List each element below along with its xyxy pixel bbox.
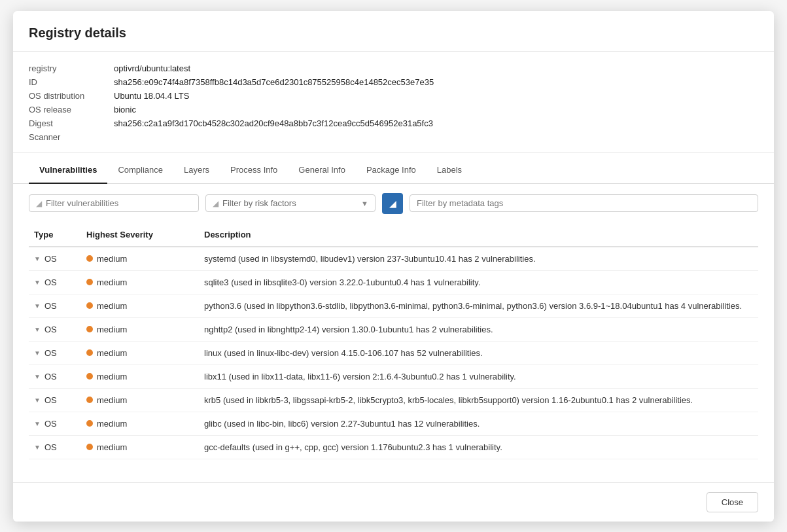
tab-package-info[interactable]: Package Info: [356, 156, 427, 184]
row-expand-icon[interactable]: ▼: [34, 397, 41, 404]
tab-layers[interactable]: Layers: [173, 156, 220, 184]
type-cell: ▼ OS: [29, 247, 81, 271]
description-cell: libx11 (used in libx11-data, libx11-6) v…: [199, 364, 758, 388]
digest-value: sha256:c2a1a9f3d170cb4528c302ad20cf9e48a…: [114, 118, 433, 128]
modal-header: Registry details: [13, 11, 774, 52]
risk-factors-text: Filter by risk factors: [222, 198, 361, 208]
description-cell: sqlite3 (used in libsqlite3-0) version 3…: [199, 270, 758, 294]
id-row: ID sha256:e09c74f4a8f7358ffb8c14d3a5d7ce…: [29, 77, 758, 87]
severity-value: medium: [97, 395, 127, 405]
os-dist-row: OS distribution Ubuntu 18.04.4 LTS: [29, 91, 758, 101]
table-row: ▼ OS medium libx11 (used in libx11-data,…: [29, 364, 758, 388]
modal-footer: Close: [13, 482, 774, 522]
severity-cell: medium: [81, 435, 199, 459]
severity-value: medium: [97, 277, 127, 287]
id-label: ID: [29, 77, 114, 87]
vulnerabilities-table-container: Type Highest Severity Description ▼ OS m…: [13, 223, 774, 482]
risk-factors-filter-wrap[interactable]: ◢ Filter by risk factors ▼: [205, 194, 376, 212]
type-value: OS: [44, 419, 57, 429]
description-cell: gcc-defaults (used in g++, cpp, gcc) ver…: [199, 435, 758, 459]
table-row: ▼ OS medium linux (used in linux-libc-de…: [29, 341, 758, 364]
registry-info-section: registry optivrd/ubuntu:latest ID sha256…: [13, 52, 774, 153]
chevron-down-icon: ▼: [361, 200, 368, 207]
row-expand-icon[interactable]: ▼: [34, 349, 41, 357]
os-release-value: bionic: [114, 105, 136, 115]
metadata-tag-filter-button[interactable]: ◢: [382, 193, 403, 214]
severity-dot: [86, 444, 93, 450]
severity-dot: [86, 302, 93, 309]
row-expand-icon[interactable]: ▼: [34, 302, 41, 310]
tab-labels[interactable]: Labels: [427, 156, 472, 184]
row-expand-icon[interactable]: ▼: [34, 373, 41, 380]
funnel-icon: ◢: [389, 198, 396, 209]
tab-vulnerabilities[interactable]: Vulnerabilities: [29, 156, 107, 184]
type-value: OS: [44, 348, 57, 358]
vulnerabilities-filter-input[interactable]: [46, 198, 192, 208]
severity-dot: [86, 420, 93, 427]
type-value: OS: [44, 372, 57, 381]
table-row: ▼ OS medium nghttp2 (used in libnghttp2-…: [29, 317, 758, 341]
tab-bar: Vulnerabilities Compliance Layers Proces…: [13, 156, 774, 184]
severity-dot: [86, 326, 93, 332]
severity-value: medium: [97, 301, 127, 311]
type-cell: ▼ OS: [29, 412, 81, 435]
severity-cell: medium: [81, 412, 199, 435]
registry-details-modal: Registry details registry optivrd/ubuntu…: [13, 11, 774, 522]
table-row: ▼ OS medium sqlite3 (used in libsqlite3-…: [29, 270, 758, 294]
col-severity: Highest Severity: [81, 223, 199, 247]
digest-row: Digest sha256:c2a1a9f3d170cb4528c302ad20…: [29, 118, 758, 128]
type-cell: ▼ OS: [29, 294, 81, 317]
severity-cell: medium: [81, 294, 199, 317]
type-value: OS: [44, 325, 57, 334]
table-row: ▼ OS medium krb5 (used in libkrb5-3, lib…: [29, 388, 758, 412]
severity-dot: [86, 349, 93, 356]
severity-cell: medium: [81, 364, 199, 388]
scanner-label: Scanner: [29, 132, 114, 142]
description-cell: krb5 (used in libkrb5-3, libgssapi-krb5-…: [199, 388, 758, 412]
col-description: Description: [199, 223, 758, 247]
scanner-row: Scanner: [29, 132, 758, 142]
severity-cell: medium: [81, 247, 199, 271]
severity-value: medium: [97, 254, 127, 264]
type-cell: ▼ OS: [29, 317, 81, 341]
tab-process-info[interactable]: Process Info: [220, 156, 288, 184]
close-button[interactable]: Close: [707, 492, 758, 512]
severity-cell: medium: [81, 270, 199, 294]
severity-dot: [86, 279, 93, 285]
type-value: OS: [44, 442, 57, 452]
tab-general-info[interactable]: General Info: [288, 156, 356, 184]
row-expand-icon[interactable]: ▼: [34, 279, 41, 286]
type-value: OS: [44, 395, 57, 405]
table-row: ▼ OS medium systemd (used in libsystemd0…: [29, 247, 758, 271]
description-cell: python3.6 (used in libpython3.6-stdlib, …: [199, 294, 758, 317]
os-release-row: OS release bionic: [29, 105, 758, 115]
table-row: ▼ OS medium python3.6 (used in libpython…: [29, 294, 758, 317]
description-cell: systemd (used in libsystemd0, libudev1) …: [199, 247, 758, 271]
severity-dot: [86, 373, 93, 380]
row-expand-icon[interactable]: ▼: [34, 255, 41, 262]
metadata-tags-filter-input[interactable]: [417, 198, 751, 208]
severity-cell: medium: [81, 341, 199, 364]
registry-value: optivrd/ubuntu:latest: [114, 63, 190, 73]
row-expand-icon[interactable]: ▼: [34, 420, 41, 427]
severity-value: medium: [97, 419, 127, 429]
row-expand-icon[interactable]: ▼: [34, 444, 41, 451]
description-cell: glibc (used in libc-bin, libc6) version …: [199, 412, 758, 435]
digest-label: Digest: [29, 118, 114, 128]
severity-value: medium: [97, 372, 127, 381]
filter-icon: ◢: [36, 199, 42, 208]
severity-dot: [86, 255, 93, 262]
type-cell: ▼ OS: [29, 341, 81, 364]
os-release-label: OS release: [29, 105, 114, 115]
metadata-tags-filter-wrap: [410, 194, 758, 212]
type-cell: ▼ OS: [29, 388, 81, 412]
row-expand-icon[interactable]: ▼: [34, 326, 41, 333]
severity-value: medium: [97, 325, 127, 334]
severity-cell: medium: [81, 317, 199, 341]
vulnerabilities-table: Type Highest Severity Description ▼ OS m…: [29, 223, 758, 459]
tab-compliance[interactable]: Compliance: [107, 156, 173, 184]
filter-icon-2: ◢: [213, 199, 219, 208]
type-value: OS: [44, 301, 57, 311]
table-row: ▼ OS medium glibc (used in libc-bin, lib…: [29, 412, 758, 435]
os-dist-label: OS distribution: [29, 91, 114, 101]
